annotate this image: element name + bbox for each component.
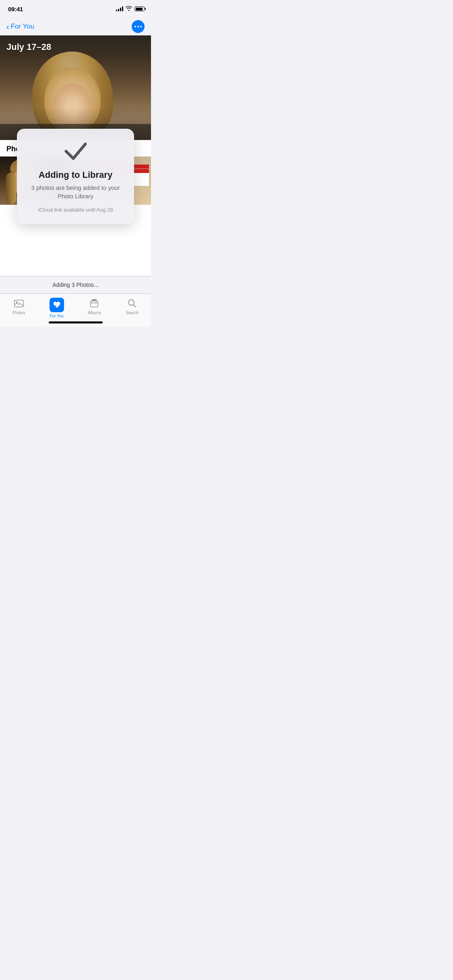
nav-bar: ‹ For You <box>0 18 151 35</box>
svg-line-9 <box>134 305 136 307</box>
tab-albums[interactable]: Albums <box>76 298 114 315</box>
signal-icon <box>116 6 123 11</box>
modal-card: Adding to Library 3 photos are being add… <box>17 129 134 224</box>
search-tab-icon <box>126 298 138 309</box>
dot-2 <box>137 26 139 27</box>
checkmark-icon <box>63 140 89 163</box>
svg-rect-3 <box>54 306 56 307</box>
tab-photos[interactable]: Photos <box>0 298 38 315</box>
home-indicator <box>49 321 103 323</box>
back-label: For You <box>11 23 35 31</box>
tab-search[interactable]: Search <box>113 298 151 315</box>
hero-image: July 17–28 <box>0 35 151 140</box>
battery-icon <box>134 6 145 11</box>
status-time: 09:41 <box>8 6 23 12</box>
svg-rect-4 <box>91 301 98 307</box>
modal-title: Adding to Library <box>39 170 112 180</box>
dot-1 <box>134 26 136 27</box>
more-button[interactable] <box>132 20 145 33</box>
tab-for-you[interactable]: For You <box>38 298 76 318</box>
tab-photos-label: Photos <box>12 311 25 315</box>
tab-for-you-label: For You <box>50 314 63 318</box>
chevron-left-icon: ‹ <box>6 23 9 31</box>
svg-rect-6 <box>92 299 96 300</box>
albums-tab-icon <box>89 298 100 309</box>
modal-icloud-note: iCloud link available until Aug 28 <box>38 207 113 213</box>
tab-albums-label: Albums <box>88 311 101 315</box>
hero-date: July 17–28 <box>6 42 51 52</box>
photos-tab-icon <box>13 298 25 309</box>
dot-3 <box>140 26 142 27</box>
status-bar: 09:41 <box>0 0 151 18</box>
svg-rect-2 <box>54 305 56 306</box>
svg-rect-5 <box>91 300 97 301</box>
bottom-status-bar: Adding 3 Photos... <box>0 276 151 293</box>
back-button[interactable]: ‹ For You <box>6 23 34 31</box>
adding-text: Adding 3 Photos... <box>52 282 98 288</box>
status-icons <box>116 5 145 12</box>
for-you-tab-icon <box>50 298 64 312</box>
tab-search-label: Search <box>126 311 139 315</box>
wifi-icon <box>126 5 132 12</box>
modal-body: 3 photos are being added to your Photo L… <box>27 183 124 200</box>
